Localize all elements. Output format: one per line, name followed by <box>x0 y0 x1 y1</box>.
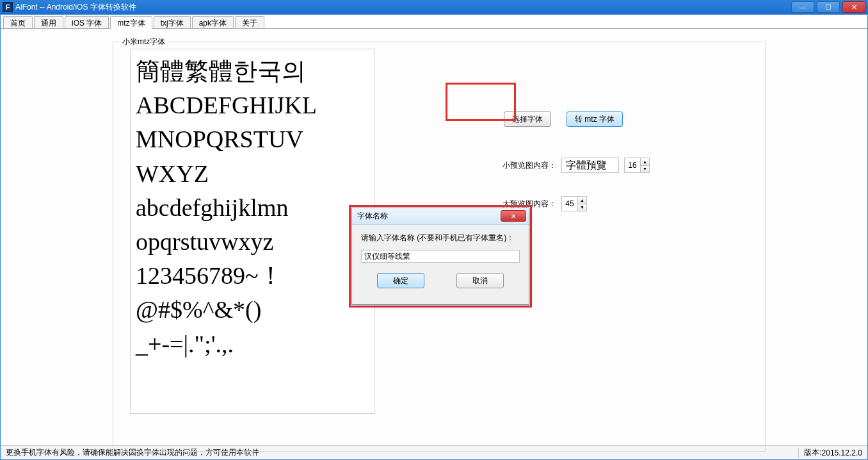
small-preview-size-value[interactable] <box>625 158 640 172</box>
status-separator <box>798 448 799 458</box>
font-preview-large: 簡體繁體한국의 ABCDEFGHIJKL MNOPQRSTUV WXYZ abc… <box>130 49 374 414</box>
window-title: AiFont -- Android/iOS 字体转换软件 <box>15 2 791 13</box>
convert-mtz-button[interactable]: 转 mtz 字体 <box>567 111 623 127</box>
dialog-close-button[interactable]: ✕ <box>501 210 526 222</box>
dialog-ok-button[interactable]: 确定 <box>377 273 424 288</box>
spin-up-icon[interactable]: ▲ <box>640 158 649 166</box>
small-preview-input[interactable] <box>561 158 619 173</box>
tab-apk-font[interactable]: apk字体 <box>192 16 234 29</box>
preview-line: ABCDEFGHIJKL <box>136 88 369 122</box>
dialog-title: 字体名称 <box>357 211 388 222</box>
window-controls: — ☐ ✕ <box>791 1 868 13</box>
select-font-button[interactable]: 选择字体 <box>504 111 551 127</box>
version-value: 2015.12.2.0 <box>822 448 862 457</box>
preview-line: 123456789~！ <box>136 259 369 293</box>
tab-content: 小米mtz字体 簡體繁體한국의 ABCDEFGHIJKL MNOPQRSTUV … <box>1 28 867 445</box>
app-icon: F <box>3 2 13 12</box>
minimize-button[interactable]: — <box>791 1 814 13</box>
preview-line: opqrstuvwxyz <box>136 225 369 259</box>
title-bar: F AiFont -- Android/iOS 字体转换软件 — ☐ ✕ <box>0 0 868 14</box>
large-preview-size-spin[interactable]: ▲▼ <box>561 196 587 211</box>
font-name-input[interactable] <box>361 250 520 263</box>
tab-ios-font[interactable]: iOS 字体 <box>65 16 109 29</box>
dialog-title-bar: 字体名称 ✕ <box>352 208 529 225</box>
dialog-prompt: 请输入字体名称 (不要和手机已有字体重名)： <box>361 233 520 243</box>
preview-line-cjk: 簡體繁體한국의 <box>136 54 369 88</box>
tab-txj-font[interactable]: txj字体 <box>154 16 191 29</box>
maximize-button[interactable]: ☐ <box>817 1 840 13</box>
tab-home[interactable]: 首页 <box>3 16 33 29</box>
large-preview-size-value[interactable] <box>562 197 577 211</box>
version-label: 版本: <box>804 447 821 458</box>
tab-bar: 首页 通用 iOS 字体 mtz字体 txj字体 apk字体 关于 <box>1 15 867 29</box>
tab-mtz-font[interactable]: mtz字体 <box>110 16 152 29</box>
small-preview-size-spin[interactable]: ▲▼ <box>624 158 650 173</box>
small-preview-label: 小预览图内容： <box>502 160 556 171</box>
preview-line: @#$%^&*() <box>136 293 369 327</box>
preview-line: MNOPQRSTUV <box>136 122 369 156</box>
spin-up-icon[interactable]: ▲ <box>577 197 586 204</box>
group-legend: 小米mtz字体 <box>120 37 168 47</box>
spin-down-icon[interactable]: ▼ <box>577 204 586 211</box>
tab-general[interactable]: 通用 <box>34 16 63 29</box>
preview-line: WXYZ <box>136 157 369 191</box>
preview-line: _+-=|.";'.,. <box>136 327 369 361</box>
font-name-dialog: 字体名称 ✕ 请输入字体名称 (不要和手机已有字体重名)： 确定 取消 <box>351 208 529 305</box>
close-window-button[interactable]: ✕ <box>842 1 865 13</box>
spin-down-icon[interactable]: ▼ <box>640 166 649 173</box>
tab-about[interactable]: 关于 <box>235 16 264 29</box>
preview-line: abcdefghijklmn <box>136 191 369 225</box>
dialog-cancel-button[interactable]: 取消 <box>456 273 504 288</box>
